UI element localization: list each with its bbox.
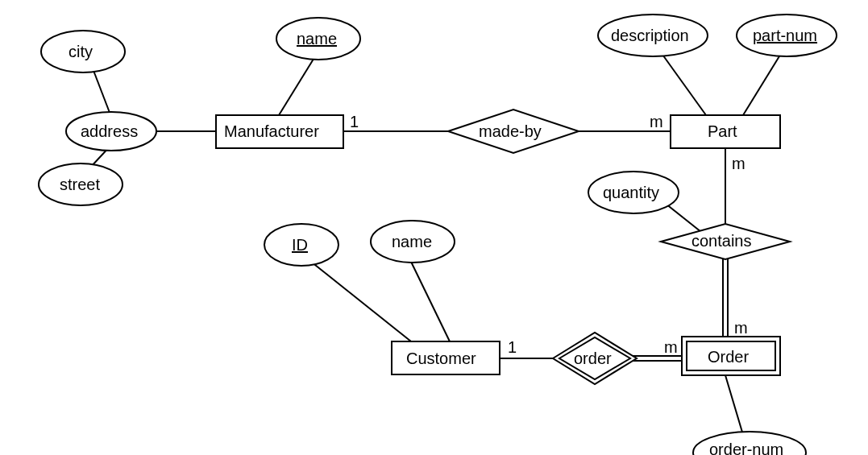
attribute-customer-id: ID bbox=[264, 224, 338, 266]
attribute-address: address bbox=[66, 112, 156, 151]
attribute-manufacturer-name-label: name bbox=[297, 30, 337, 48]
attribute-description: description bbox=[598, 14, 708, 56]
attribute-quantity: quantity bbox=[588, 172, 679, 213]
attribute-street-label: street bbox=[60, 176, 100, 193]
attribute-address-label: address bbox=[81, 122, 138, 140]
relationship-made-by: made-by bbox=[448, 110, 579, 153]
svg-line-14 bbox=[411, 262, 450, 341]
entity-part-label: Part bbox=[708, 122, 737, 140]
attribute-description-label: description bbox=[611, 27, 689, 44]
relationship-contains: contains bbox=[661, 224, 790, 259]
card-madeby-part: m bbox=[650, 113, 663, 130]
attribute-order-num-label: order-num bbox=[709, 441, 783, 455]
attribute-customer-name-label: name bbox=[392, 233, 432, 250]
svg-line-6 bbox=[661, 52, 706, 115]
entity-order: Order bbox=[682, 337, 780, 375]
entity-order-label: Order bbox=[708, 348, 749, 366]
svg-line-7 bbox=[743, 52, 782, 115]
svg-line-9 bbox=[666, 204, 701, 232]
entity-customer: Customer bbox=[392, 341, 500, 374]
attribute-order-num: order-num bbox=[693, 432, 806, 455]
svg-line-1 bbox=[93, 68, 111, 117]
er-diagram: 1 m m m 1 m Manufacturer Part Customer O… bbox=[0, 0, 868, 455]
card-order-entity: m bbox=[664, 338, 678, 356]
relationship-order-label: order bbox=[574, 350, 612, 367]
entity-manufacturer: Manufacturer bbox=[216, 115, 343, 148]
attribute-customer-name: name bbox=[371, 221, 455, 263]
entity-part: Part bbox=[671, 115, 780, 148]
relationship-order: order bbox=[553, 333, 637, 384]
attribute-city-label: city bbox=[69, 43, 93, 60]
card-customer-order: 1 bbox=[508, 338, 517, 356]
attribute-part-num: part-num bbox=[737, 14, 837, 56]
attribute-manufacturer-name: name bbox=[276, 18, 360, 60]
svg-line-3 bbox=[279, 56, 315, 115]
attribute-quantity-label: quantity bbox=[603, 184, 659, 201]
svg-line-12 bbox=[725, 375, 743, 435]
entity-customer-label: Customer bbox=[406, 350, 476, 367]
relationship-made-by-label: made-by bbox=[479, 122, 542, 140]
attribute-street: street bbox=[39, 163, 123, 205]
entity-manufacturer-label: Manufacturer bbox=[224, 122, 319, 140]
attribute-customer-id-label: ID bbox=[292, 236, 308, 254]
attribute-city: city bbox=[41, 31, 125, 72]
card-contains-order: m bbox=[734, 319, 748, 337]
card-mfr-madeby: 1 bbox=[350, 113, 359, 130]
card-part-contains: m bbox=[732, 155, 745, 172]
relationship-contains-label: contains bbox=[691, 232, 752, 250]
svg-line-13 bbox=[311, 262, 411, 341]
attribute-part-num-label: part-num bbox=[753, 27, 817, 44]
